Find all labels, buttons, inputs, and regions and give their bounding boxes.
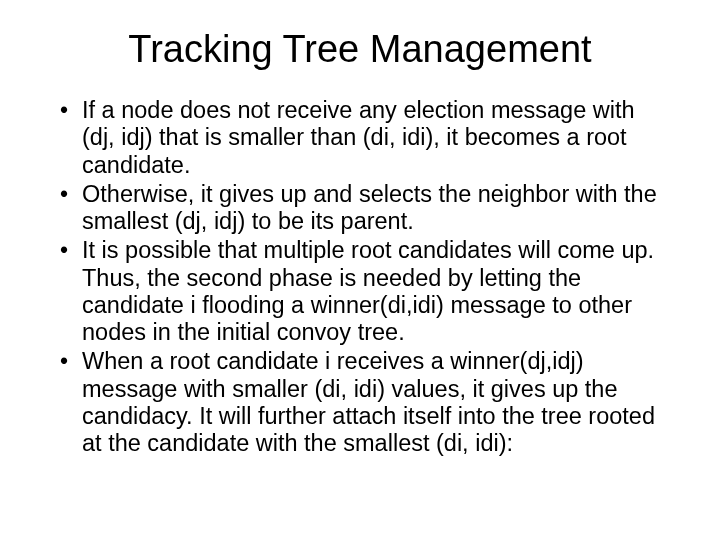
- slide-title: Tracking Tree Management: [50, 28, 670, 71]
- list-item: When a root candidate i receives a winne…: [56, 348, 670, 457]
- bullet-list: If a node does not receive any election …: [56, 97, 670, 457]
- list-item: Otherwise, it gives up and selects the n…: [56, 181, 670, 236]
- list-item: If a node does not receive any election …: [56, 97, 670, 179]
- list-item: It is possible that multiple root candid…: [56, 237, 670, 346]
- slide: Tracking Tree Management If a node does …: [0, 0, 720, 540]
